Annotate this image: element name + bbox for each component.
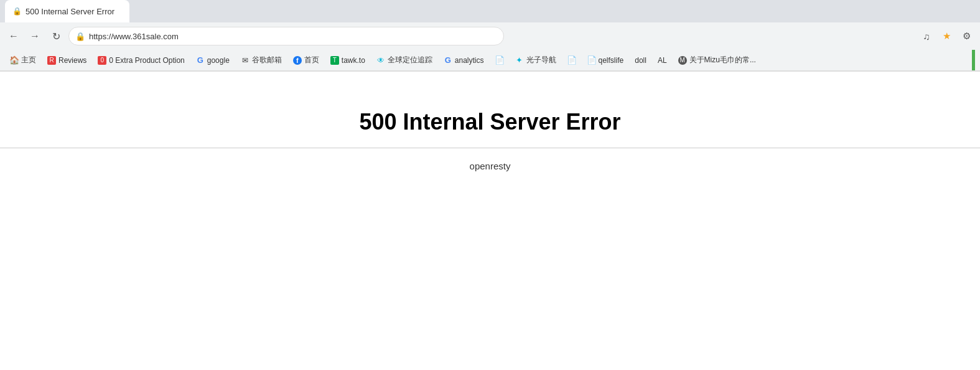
bookmark-label-guangzi: 光子导航 <box>526 55 556 65</box>
tab-title: 500 Internal Server Error <box>26 7 114 16</box>
lock-icon: 🔒 <box>75 32 85 41</box>
forward-button[interactable]: → <box>26 27 44 45</box>
bookmark-google[interactable]: G google <box>191 52 235 69</box>
bookmark-icon-tawk: T <box>330 56 339 65</box>
bookmark-mizu[interactable]: M 关于Mizu毛巾的常... <box>673 52 761 69</box>
bookmark-label-tracking: 全球定位追踪 <box>388 55 432 65</box>
bookmark-doc2[interactable]: 📄 <box>562 52 581 69</box>
address-bar[interactable]: 🔒 https://www.361sale.com <box>68 27 504 45</box>
tab-favicon: 🔒 <box>12 7 22 16</box>
bookmark-label-facebook: 首页 <box>304 55 319 65</box>
nav-bar: ← → ↻ 🔒 https://www.361sale.com ♫ ★ ⚙ <box>0 22 980 50</box>
bookmark-analytics[interactable]: G analytics <box>439 52 489 69</box>
bookmark-icon-qelfslife: 📄 <box>587 56 596 65</box>
nav-right-buttons: ♫ ★ ⚙ <box>918 27 975 45</box>
bookmark-label-doll: doll <box>635 56 646 65</box>
active-tab[interactable]: 🔒 500 Internal Server Error <box>5 0 129 22</box>
bookmark-tracking[interactable]: 👁 全球定位追踪 <box>371 52 437 69</box>
bookmark-label-analytics: analytics <box>455 56 484 65</box>
bookmark-icon-doc1: 📄 <box>495 56 504 65</box>
green-indicator-bar <box>972 50 975 70</box>
bookmark-icon-tracking: 👁 <box>376 56 385 65</box>
browser-chrome: 🔒 500 Internal Server Error ← → ↻ 🔒 http… <box>0 0 980 72</box>
bookmark-label-al: AL <box>658 56 667 65</box>
bookmark-facebook[interactable]: f 首页 <box>288 52 324 69</box>
back-button[interactable]: ← <box>5 27 22 45</box>
bookmark-icon-zhuye: 🏠 <box>10 56 19 65</box>
bookmark-label-tawk: tawk.to <box>342 56 365 65</box>
bookmark-label-gmail: 谷歌邮箱 <box>252 55 282 65</box>
bookmark-icon-mizu: M <box>678 56 687 65</box>
bookmark-label-google: google <box>207 56 230 65</box>
bookmark-label-mizu: 关于Mizu毛巾的常... <box>689 55 756 65</box>
bookmark-label-qelfslife: qelfslife <box>599 56 624 65</box>
bookmark-icon-reviews: R <box>47 56 56 65</box>
page-content: 500 Internal Server Error openresty <box>0 72 980 171</box>
bookmark-doc1[interactable]: 📄 <box>490 52 509 69</box>
tab-bar: 🔒 500 Internal Server Error <box>0 0 980 22</box>
bookmark-tawk[interactable]: T tawk.to <box>325 52 370 69</box>
bookmark-icon-gmail: ✉ <box>241 56 250 65</box>
bookmark-icon-extra-product: 0 <box>98 56 106 65</box>
settings-button[interactable]: ⚙ <box>958 27 975 45</box>
refresh-button[interactable]: ↻ <box>47 27 65 45</box>
bookmark-label-zhuye: 主页 <box>21 55 36 65</box>
bookmark-guangzi[interactable]: ✦ 光子导航 <box>510 52 561 69</box>
bookmark-doll[interactable]: doll <box>630 52 651 69</box>
bookmark-al[interactable]: AL <box>653 52 672 69</box>
bookmark-icon-facebook: f <box>293 56 302 65</box>
bookmark-icon-doc2: 📄 <box>567 56 576 65</box>
server-name: openresty <box>470 161 511 171</box>
bookmark-qelfslife[interactable]: 📄 qelfslife <box>582 52 629 69</box>
bookmark-gmail[interactable]: ✉ 谷歌邮箱 <box>236 52 287 69</box>
bookmark-reviews[interactable]: R Reviews <box>42 52 91 69</box>
bookmark-zhuye[interactable]: 🏠 主页 <box>5 52 41 69</box>
bookmark-icon-guangzi: ✦ <box>515 56 524 65</box>
favorites-button[interactable]: ★ <box>938 27 955 45</box>
bookmark-label-extra-product: 0 Extra Product Option <box>109 56 184 65</box>
bookmarks-bar: 🏠 主页 R Reviews 0 0 Extra Product Option … <box>0 50 980 71</box>
url-text: https://www.361sale.com <box>89 32 497 41</box>
bookmark-extra-product-option[interactable]: 0 0 Extra Product Option <box>93 52 189 69</box>
bookmark-label-reviews: Reviews <box>58 56 86 65</box>
bookmark-icon-analytics: G <box>444 56 452 65</box>
read-aloud-button[interactable]: ♫ <box>918 27 935 45</box>
divider <box>0 148 980 148</box>
bookmark-icon-google: G <box>196 56 205 65</box>
error-heading: 500 Internal Server Error <box>359 109 620 135</box>
